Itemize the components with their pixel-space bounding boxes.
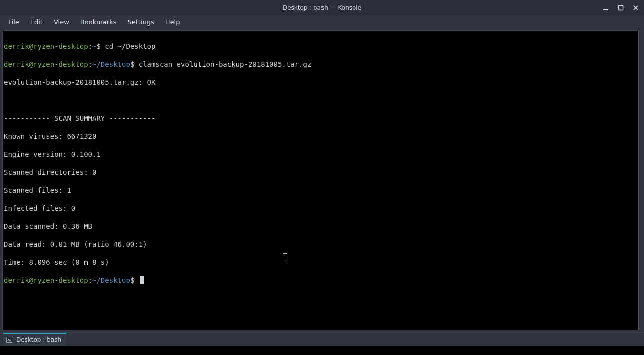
menu-file[interactable]: File — [3, 17, 24, 27]
terminal-line: evolution-backup-20181005.tar.gz: OK — [4, 78, 637, 87]
command-text: cd ~/Desktop — [105, 42, 155, 50]
prompt-path: ~/Desktop — [92, 276, 130, 284]
prompt-user-host: derrik@ryzen-desktop — [4, 60, 88, 68]
terminal-line — [4, 96, 637, 105]
window-controls — [601, 0, 641, 15]
prompt-user-host: derrik@ryzen-desktop — [4, 276, 88, 284]
prompt-separator: : — [88, 60, 92, 68]
prompt-path: ~/Desktop — [92, 60, 130, 68]
prompt-symbol: $ — [96, 42, 100, 50]
svg-rect-0 — [603, 9, 608, 10]
close-button[interactable] — [631, 3, 641, 13]
title-bar[interactable]: Desktop : bash — Konsole — [0, 0, 644, 15]
terminal-line: Scanned files: 1 — [4, 186, 637, 195]
cursor-icon — [140, 276, 144, 284]
terminal-line: Time: 8.096 sec (0 m 8 s) — [4, 258, 637, 267]
terminal-line: derrik@ryzen-desktop:~/Desktop$ clamscan… — [4, 60, 637, 69]
menu-help[interactable]: Help — [160, 17, 185, 27]
minimize-button[interactable] — [601, 3, 611, 13]
svg-rect-1 — [619, 6, 623, 10]
terminal-line: Data read: 0.01 MB (ratio 46.00:1) — [4, 240, 637, 249]
svg-rect-2 — [7, 337, 13, 343]
menu-edit[interactable]: Edit — [25, 17, 48, 27]
menu-bar: File Edit View Bookmarks Settings Help — [0, 15, 644, 28]
terminal-icon — [6, 336, 13, 343]
tab-label: Desktop : bash — [16, 336, 61, 343]
terminal-line: Infected files: 0 — [4, 204, 637, 213]
terminal-container: derrik@ryzen-desktop:~$ cd ~/Desktop der… — [0, 28, 644, 332]
terminal-line: Scanned directories: 0 — [4, 168, 637, 177]
window-title: Desktop : bash — Konsole — [283, 4, 361, 11]
prompt-separator: : — [88, 276, 92, 284]
terminal-line: Engine version: 0.100.1 — [4, 150, 637, 159]
tab-bar: Desktop : bash — [0, 332, 644, 346]
menu-bookmarks[interactable]: Bookmarks — [75, 17, 122, 27]
terminal-line: derrik@ryzen-desktop:~$ cd ~/Desktop — [4, 42, 637, 51]
terminal-line: derrik@ryzen-desktop:~/Desktop$ — [4, 276, 637, 285]
terminal-line: Known viruses: 6671320 — [4, 132, 637, 141]
svg-rect-3 — [9, 340, 11, 341]
konsole-window: Desktop : bash — Konsole File Edit View … — [0, 0, 644, 346]
menu-settings[interactable]: Settings — [122, 17, 159, 27]
terminal-line: Data scanned: 0.36 MB — [4, 222, 637, 231]
menu-view[interactable]: View — [49, 17, 74, 27]
terminal-line: ----------- SCAN SUMMARY ----------- — [4, 114, 637, 123]
maximize-button[interactable] — [616, 3, 626, 13]
prompt-user-host: derrik@ryzen-desktop — [4, 42, 88, 50]
tab-desktop-bash[interactable]: Desktop : bash — [3, 333, 66, 346]
prompt-separator: : — [88, 42, 92, 50]
command-text: clamscan evolution-backup-20181005.tar.g… — [139, 60, 312, 68]
prompt-symbol: $ — [130, 276, 134, 284]
terminal[interactable]: derrik@ryzen-desktop:~$ cd ~/Desktop der… — [2, 30, 639, 330]
prompt-symbol: $ — [130, 60, 134, 68]
